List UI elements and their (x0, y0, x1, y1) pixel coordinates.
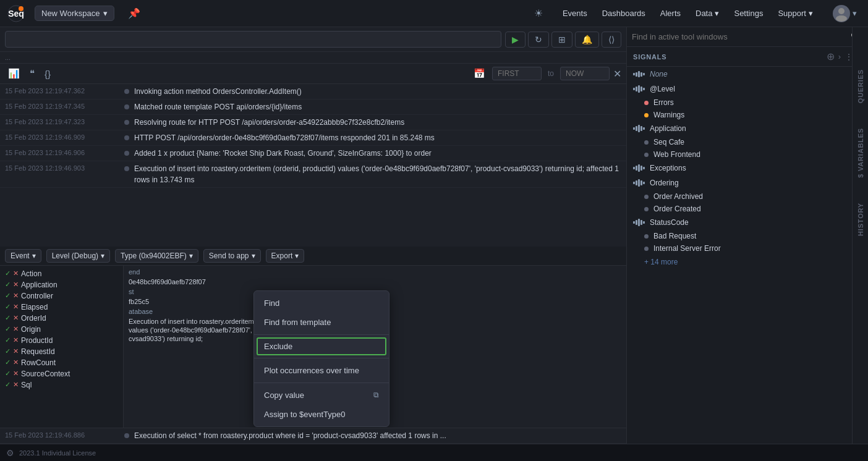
signal-waves-icon (633, 164, 645, 172)
signals-header: SIGNALS ⊕ › ⋮⋮ (627, 47, 868, 67)
nav-events[interactable]: Events (556, 5, 594, 22)
x-icon[interactable]: ✕ (13, 269, 19, 277)
property-row-application: ✓ ✕ Application (0, 279, 123, 290)
context-find[interactable]: Find (254, 294, 389, 313)
tab-variables[interactable]: $ VARIABLES (854, 123, 867, 183)
signal-child-label: Seq Cafe (653, 138, 684, 146)
signal-section-statuscode[interactable]: StatusCode ▲ (627, 215, 868, 230)
log-entry: 15 Feb 2023 12:19:47.323 Resolving route… (0, 115, 626, 130)
loop-button[interactable]: ↻ (528, 32, 549, 48)
nav-links: Events Dashboards Alerts Data ▾ Settings… (556, 5, 819, 22)
internalservererror-dot-icon (644, 247, 649, 251)
signal-waves-icon (633, 219, 645, 226)
braces-icon[interactable]: {} (41, 67, 54, 81)
signal-section-level[interactable]: @Level ▲ (627, 82, 868, 96)
play-button[interactable]: ▶ (505, 32, 525, 48)
x-icon[interactable]: ✕ (13, 314, 19, 322)
nav-support[interactable]: Support ▾ (772, 5, 819, 22)
calendar-icon[interactable]: 📅 (470, 66, 488, 81)
export-filter-dropdown[interactable]: Export ▾ (266, 249, 305, 263)
signals-add-button[interactable]: ⊕ (827, 51, 835, 62)
check-icon: ✓ (5, 281, 11, 289)
to-date-input[interactable] (560, 67, 610, 80)
signal-child-webfrontend[interactable]: Web Frontend (627, 148, 868, 161)
user-menu[interactable]: ▾ (829, 4, 861, 23)
sendtoapp-filter-label: Send to app (209, 252, 249, 260)
search-bar: ▶ ↻ ⊞ 🔔 ⟨⟩ (0, 27, 626, 52)
nav-data[interactable]: Data ▾ (689, 5, 725, 22)
chart-icon[interactable]: 📊 (5, 66, 23, 81)
context-separator (254, 383, 389, 383)
bottom-gear-icon: ⚙ (6, 448, 14, 458)
log-message: Execution of select * from roastery.prod… (134, 430, 446, 441)
x-icon[interactable]: ✕ (13, 336, 19, 344)
status-text: ... (5, 54, 11, 61)
property-row-rowcount: ✓ ✕ RowCount (0, 357, 123, 368)
level-filter-dropdown[interactable]: Level (Debug) ▾ (46, 249, 110, 263)
type-filter-dropdown[interactable]: Type (0x94002EBF) ▾ (115, 249, 198, 263)
event-filter-label: Event (11, 252, 30, 260)
theme-toggle-icon[interactable]: ☀ (530, 5, 547, 22)
bottom-log-entries: 15 Feb 2023 12:19:46.886 Execution of se… (0, 428, 626, 444)
signals-next-button[interactable]: › (838, 52, 841, 61)
x-icon[interactable]: ✕ (13, 303, 19, 311)
x-icon[interactable]: ✕ (13, 281, 19, 289)
signal-section-ordering[interactable]: Ordering ▲ (627, 176, 868, 190)
sendtoapp-filter-dropdown[interactable]: Send to app ▾ (203, 249, 261, 263)
right-search-input[interactable] (632, 32, 848, 41)
check-icon: ✓ (5, 314, 11, 322)
signal-child-label: Web Frontend (653, 150, 700, 159)
share-button[interactable]: ⟨⟩ (602, 32, 621, 48)
signal-section-application[interactable]: Application ▲ (627, 121, 868, 136)
seqcafe-dot-icon (644, 140, 649, 145)
signal-child-internalservererror[interactable]: Internal Server Error (627, 242, 868, 255)
signal-section-exceptions[interactable]: Exceptions (627, 161, 868, 176)
property-row-orderid: ✓ ✕ OrderId (0, 313, 123, 324)
signal-child-warnings[interactable]: Warnings (627, 109, 868, 121)
log-dot (124, 120, 129, 125)
right-panel: 🔍 SIGNALS ⊕ › ⋮⋮ None (627, 27, 868, 444)
log-message: Invoking action method OrdersController.… (134, 86, 302, 97)
signal-child-badrequest[interactable]: Bad Request (627, 230, 868, 242)
x-icon[interactable]: ✕ (13, 381, 19, 389)
search-input[interactable] (5, 31, 501, 48)
clear-date-button[interactable]: ✕ (613, 68, 621, 80)
signal-child-ordercreated[interactable]: Order Created (627, 203, 868, 215)
log-entry: 15 Feb 2023 12:19:46.909 HTTP POST /api/… (0, 130, 626, 146)
x-icon[interactable]: ✕ (13, 347, 19, 355)
workspace-button[interactable]: New Workspace ▾ (35, 6, 114, 21)
signal-item-none[interactable]: None (627, 67, 868, 82)
alert-button[interactable]: 🔔 (575, 32, 599, 48)
context-assign[interactable]: Assign to $eventType0 (254, 405, 389, 424)
log-timestamp: 15 Feb 2023 12:19:46.886 (5, 430, 119, 439)
context-plot-occurrences[interactable]: Plot occurrences over time (254, 361, 389, 380)
log-timestamp: 15 Feb 2023 12:19:46.906 (5, 148, 119, 156)
from-date-input[interactable] (492, 67, 542, 80)
more-signals[interactable]: + 14 more (627, 255, 868, 269)
tab-queries[interactable]: QUERIES (854, 64, 867, 108)
nav-alerts[interactable]: Alerts (654, 5, 687, 22)
check-icon: ✓ (5, 381, 11, 389)
signal-waves-icon (633, 85, 645, 93)
status-bar: ... (0, 52, 626, 64)
nav-settings[interactable]: Settings (728, 5, 769, 22)
pin-icon[interactable]: 📌 (124, 5, 144, 22)
nav-dashboards[interactable]: Dashboards (596, 5, 652, 22)
quote-icon[interactable]: ❝ (27, 66, 38, 81)
context-copy-value[interactable]: Copy value ⧉ (254, 386, 389, 405)
signal-child-orderarchived[interactable]: Order Archived (627, 190, 868, 203)
signal-child-seqcafe[interactable]: Seq Cafe (627, 136, 868, 148)
event-filter-dropdown[interactable]: Event ▾ (5, 249, 41, 263)
tab-history[interactable]: HISTORY (854, 198, 867, 241)
log-container[interactable]: 15 Feb 2023 12:19:47.362 Invoking action… (0, 84, 626, 247)
grid-button[interactable]: ⊞ (551, 32, 572, 48)
property-row-sql: ✓ ✕ Sql (0, 379, 123, 391)
signal-child-errors[interactable]: Errors (627, 96, 868, 109)
property-name: SourceContext (21, 370, 70, 378)
context-find-from-template[interactable]: Find from template (254, 313, 389, 332)
x-icon[interactable]: ✕ (13, 358, 19, 366)
x-icon[interactable]: ✕ (13, 325, 19, 333)
context-exclude[interactable]: Exclude (257, 337, 386, 355)
x-icon[interactable]: ✕ (13, 370, 19, 378)
x-icon[interactable]: ✕ (13, 292, 19, 300)
